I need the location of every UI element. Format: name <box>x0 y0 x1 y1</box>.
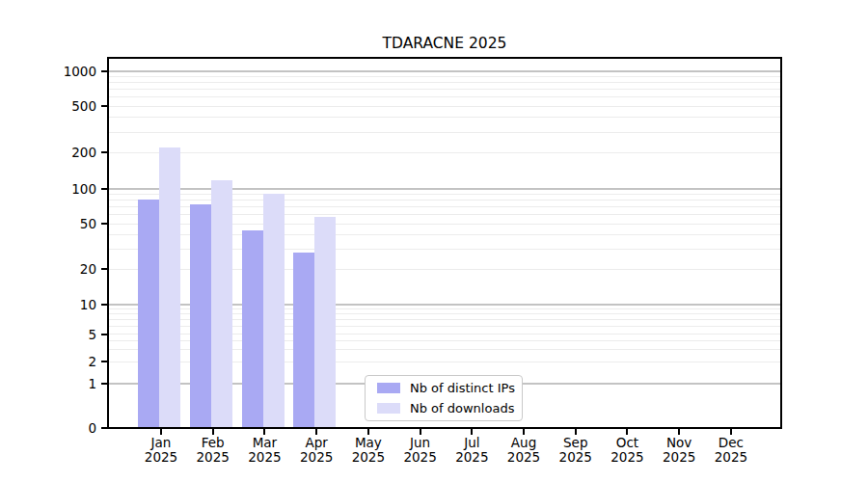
bar-downloads <box>263 194 285 427</box>
y-tick-label: 5 <box>48 327 96 342</box>
x-tick-label: Nov2025 <box>652 436 706 464</box>
x-tick-year: 2025 <box>134 450 188 465</box>
x-tick-label: Jul2025 <box>445 436 499 464</box>
x-tick-year: 2025 <box>289 450 343 465</box>
x-tick-label: Jan2025 <box>134 436 188 464</box>
bar-distinct-ips <box>138 200 159 427</box>
legend-label-distinct-ips: Nb of distinct IPs <box>410 381 515 395</box>
y-tick <box>101 188 107 190</box>
y-tick <box>101 70 107 72</box>
chart-title: TDARACNE 2025 <box>107 35 782 52</box>
x-tick-label: Jun2025 <box>393 436 448 464</box>
gridline-minor <box>109 200 780 201</box>
y-tick-label: 50 <box>48 216 96 231</box>
y-tick-label: 2 <box>48 354 96 369</box>
gridline-major <box>109 188 780 190</box>
bar-distinct-ips <box>190 204 211 427</box>
legend-swatch-distinct-ips <box>377 383 400 393</box>
gridline-minor <box>109 152 780 153</box>
y-tick-label: 200 <box>48 145 96 160</box>
x-tick-label: Feb2025 <box>186 436 240 464</box>
y-tick <box>101 361 107 362</box>
x-tick-year: 2025 <box>600 450 654 465</box>
legend-label-downloads: Nb of downloads <box>410 401 514 415</box>
figure: TDARACNE 2025 Nb of distinct IPs Nb of d… <box>0 0 868 482</box>
x-tick-year: 2025 <box>652 450 706 465</box>
x-tick-year: 2025 <box>341 450 395 465</box>
x-tick-label: Aug2025 <box>497 436 551 464</box>
x-tick-label: Mar2025 <box>237 436 291 464</box>
gridline-minor <box>109 76 780 77</box>
x-tick-year: 2025 <box>445 450 499 465</box>
legend-row-downloads: Nb of downloads <box>377 401 522 415</box>
gridline-major <box>109 70 780 72</box>
y-tick <box>101 105 107 107</box>
x-tick-year: 2025 <box>186 450 240 465</box>
y-tick-label: 500 <box>48 98 96 114</box>
x-tick-year: 2025 <box>704 450 758 465</box>
y-tick <box>101 427 107 429</box>
y-tick-label: 1 <box>48 376 96 391</box>
bar-distinct-ips <box>242 230 263 427</box>
y-tick <box>101 304 107 306</box>
x-tick-year: 2025 <box>497 450 551 465</box>
x-tick-label: Dec2025 <box>704 436 758 464</box>
x-tick-label: Apr2025 <box>289 436 343 464</box>
y-tick-label: 20 <box>48 261 96 277</box>
x-tick-label: Sep2025 <box>549 436 603 464</box>
y-tick <box>101 151 107 153</box>
y-tick <box>101 383 107 385</box>
y-tick-label: 0 <box>48 420 96 436</box>
y-tick-label: 1000 <box>48 64 96 79</box>
gridline-minor <box>109 89 780 90</box>
x-tick-year: 2025 <box>237 450 291 465</box>
x-tick-year: 2025 <box>549 450 603 465</box>
y-tick <box>101 334 107 335</box>
legend-row-distinct-ips: Nb of distinct IPs <box>377 381 522 395</box>
gridline-minor <box>109 106 780 107</box>
y-tick-label: 100 <box>48 181 96 197</box>
bar-downloads <box>314 217 336 427</box>
x-tick-label: May2025 <box>341 436 395 464</box>
gridline-minor <box>109 82 780 83</box>
y-tick <box>101 268 107 270</box>
gridline-minor <box>109 194 780 195</box>
gridline-minor <box>109 96 780 97</box>
y-tick <box>101 223 107 225</box>
y-tick-label: 10 <box>48 297 96 312</box>
legend: Nb of distinct IPs Nb of downloads <box>365 375 523 421</box>
bar-distinct-ips <box>293 253 314 427</box>
bar-downloads <box>211 180 232 427</box>
legend-swatch-downloads <box>377 403 400 414</box>
bar-downloads <box>159 147 180 427</box>
x-tick-label: Oct2025 <box>600 436 654 464</box>
gridline-minor <box>109 132 780 133</box>
gridline-minor <box>109 117 780 118</box>
x-tick-year: 2025 <box>393 450 448 465</box>
